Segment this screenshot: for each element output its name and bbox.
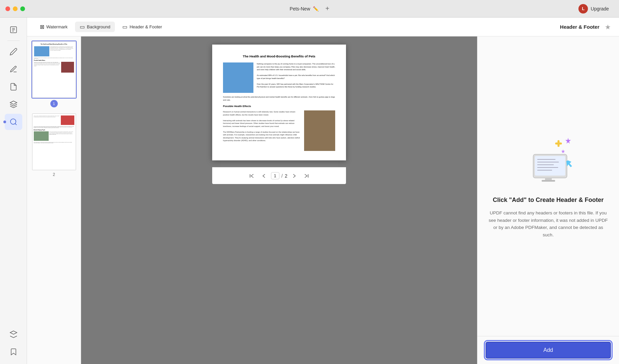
- document-page: The Health and Mood-Boosting Benefits of…: [212, 45, 346, 160]
- close-button[interactable]: [5, 6, 10, 11]
- background-label: Background: [87, 24, 110, 29]
- mini-doc-2: There is a body of evidence indicating t…: [32, 114, 76, 170]
- last-page-button[interactable]: [301, 171, 312, 181]
- mini-body-1: Research on human-animal interactions is…: [34, 62, 60, 73]
- mini2-col2: Here are some examples to think about pe…: [34, 131, 74, 141]
- page-number-2: 2: [53, 172, 55, 177]
- svg-marker-7: [10, 331, 17, 334]
- panel-title: Header & Footer: [560, 24, 599, 30]
- background-icon: ▭: [80, 24, 85, 30]
- mini-doc-1: The Health and Mood-Boosting Benefits of…: [32, 42, 76, 98]
- new-tab-button[interactable]: +: [325, 5, 329, 12]
- pagination-bar: 1 / 2: [212, 167, 346, 184]
- doc-intro-1: Nothing compares to the joy of coming ho…: [257, 63, 335, 71]
- thumbnail-page-2[interactable]: There is a body of evidence indicating t…: [30, 113, 78, 177]
- mini-section-1: Possible Health Effects: [34, 60, 74, 61]
- edit-title-icon[interactable]: ✏️: [313, 6, 319, 11]
- minimize-button[interactable]: [13, 6, 18, 11]
- mini2-text2: Here are some examples to think about pe…: [49, 131, 74, 141]
- thumb-canvas-2: There is a body of evidence indicating t…: [32, 113, 76, 170]
- sidebar-item-stamp[interactable]: [5, 114, 22, 130]
- avatar: L: [578, 4, 588, 14]
- sidebar-item-bookmark[interactable]: [5, 344, 22, 360]
- doc-intro-text: Nothing compares to the joy of coming ho…: [257, 62, 335, 93]
- doc-nih: Over the past 10 years, NIH has partnere…: [257, 83, 333, 88]
- watermark-button[interactable]: ⊠ Watermark: [35, 22, 72, 32]
- mini2-two-col: There is a body of evidence indicating t…: [34, 115, 74, 125]
- doc-s1-t1: Research on human-animal interactions is…: [223, 111, 295, 116]
- mini2-text-left: There is a body of evidence indicating t…: [34, 115, 60, 125]
- background-button[interactable]: ▭ Background: [75, 22, 115, 32]
- upgrade-label: Upgrade: [591, 6, 609, 11]
- sidebar: [0, 18, 27, 364]
- prev-page-button[interactable]: [259, 171, 269, 181]
- sidebar-item-pages[interactable]: [5, 79, 22, 95]
- thumb-canvas-1: The Health and Mood-Boosting Benefits of…: [32, 41, 76, 98]
- page-separator: /: [281, 173, 283, 179]
- document-viewer[interactable]: The Health and Mood-Boosting Benefits of…: [81, 36, 477, 364]
- doc-s1-t3: The NIH/Mars Partnership is funding a ra…: [223, 131, 300, 142]
- svg-marker-23: [566, 160, 572, 167]
- content-area: ⊠ Watermark ▭ Background ▭ Header & Foot…: [27, 18, 619, 364]
- thumbnail-panel: The Health and Mood-Boosting Benefits of…: [27, 36, 81, 364]
- thumb-frame-1[interactable]: The Health and Mood-Boosting Benefits of…: [31, 41, 77, 99]
- doc-dog-cat-image: [304, 110, 335, 151]
- maximize-button[interactable]: [20, 6, 25, 11]
- header-footer-label: Header & Footer: [129, 24, 162, 29]
- titlebar-right: L Upgrade: [574, 2, 614, 16]
- right-panel-title: Click "Add" to Create Header & Footer: [493, 196, 603, 204]
- svg-rect-18: [542, 180, 555, 182]
- favorite-icon[interactable]: ★: [605, 23, 611, 31]
- right-panel-footer: Add: [477, 336, 619, 364]
- svg-rect-11: [535, 156, 565, 176]
- header-footer-icon: ▭: [122, 24, 127, 30]
- sidebar-item-annotate[interactable]: [5, 61, 22, 77]
- titlebar-center: Pets-New ✏️ +: [290, 5, 329, 12]
- mini2-img-cat2: [34, 131, 49, 141]
- doc-stat: An estimated 68% of U.S. households have…: [257, 74, 335, 79]
- mini-col2: Research on human-animal interactions is…: [34, 62, 74, 73]
- app-body: ⊠ Watermark ▭ Background ▭ Header & Foot…: [0, 18, 619, 364]
- svg-line-6: [15, 124, 16, 125]
- doc-intro-section: Nothing compares to the joy of coming ho…: [223, 62, 335, 93]
- illustration: [515, 134, 582, 188]
- sidebar-item-pen[interactable]: [5, 44, 22, 60]
- mini2-text-body: There are some studies around particular…: [34, 126, 74, 128]
- header-footer-button[interactable]: ▭ Header & Footer: [118, 22, 167, 32]
- doc-section-title: Possible Health Effects: [223, 105, 335, 108]
- mini2-text3: Some researchers are looking at how inte…: [34, 142, 74, 143]
- current-page[interactable]: 1: [271, 172, 279, 179]
- sidebar-item-tools[interactable]: [5, 326, 22, 342]
- right-panel-description: UPDF cannot find any headers or footers …: [488, 209, 608, 238]
- document-title: Pets-New: [290, 6, 310, 11]
- mini2-img-pets: [61, 115, 74, 125]
- thumb-frame-2[interactable]: There is a body of evidence indicating t…: [31, 113, 77, 171]
- doc-separator-text: Scientists are looking at what the poten…: [223, 96, 335, 101]
- page-info: 1 / 2: [271, 172, 288, 179]
- doc-cat-image: [223, 62, 253, 93]
- next-page-button[interactable]: [289, 171, 299, 181]
- mini-img-cat: [34, 46, 49, 56]
- sidebar-divider-1: [7, 41, 20, 41]
- active-indicator: [3, 121, 6, 123]
- svg-marker-22: [561, 149, 565, 153]
- total-pages: 2: [285, 173, 288, 179]
- add-button[interactable]: Add: [486, 342, 611, 359]
- mini-two-col-1: Nothing compares to the joy of coming ho…: [34, 46, 74, 56]
- svg-point-5: [10, 119, 16, 124]
- doc-s1-t2: Interacting with animals has been shown …: [223, 120, 294, 127]
- svg-rect-20: [558, 140, 560, 147]
- mini-text-1: Nothing compares to the joy of coming ho…: [50, 46, 74, 56]
- thumbnail-page-1[interactable]: The Health and Mood-Boosting Benefits of…: [30, 41, 78, 107]
- first-page-button[interactable]: [247, 171, 257, 181]
- titlebar: Pets-New ✏️ + L Upgrade: [0, 0, 619, 18]
- header-footer-illustration: [515, 134, 582, 188]
- watermark-label: Watermark: [46, 24, 68, 29]
- sidebar-item-layers[interactable]: [5, 96, 22, 112]
- watermark-icon: ⊠: [40, 24, 44, 30]
- toolbar: ⊠ Watermark ▭ Background ▭ Header & Foot…: [27, 18, 619, 36]
- sidebar-item-reader[interactable]: [5, 22, 22, 38]
- page-number-badge-1: 1: [50, 100, 58, 107]
- upgrade-button[interactable]: L Upgrade: [574, 2, 614, 16]
- content-body: The Health and Mood-Boosting Benefits of…: [27, 36, 619, 364]
